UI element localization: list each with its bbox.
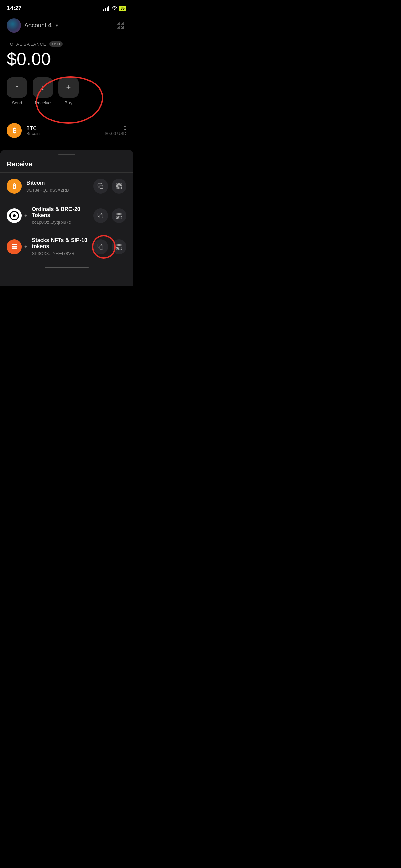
- bitcoin-info: Bitcoin 3Gs3eHQ...dS5X2RB: [26, 180, 88, 193]
- copy-icon: [97, 183, 104, 190]
- svg-rect-34: [12, 248, 17, 249]
- receive-button[interactable]: ↓ Receive: [33, 77, 53, 105]
- ordinals-receive-item: + Ordinals & BRC-20 Tokens bc1p0Oz...tyq…: [0, 200, 133, 231]
- svg-rect-37: [117, 244, 118, 245]
- action-buttons: ↑ Send ↓ Receive + Buy: [7, 77, 126, 105]
- ordinals-copy-button[interactable]: [93, 208, 108, 223]
- svg-rect-45: [121, 249, 122, 250]
- account-name: Account 4: [24, 22, 52, 29]
- svg-rect-35: [100, 246, 103, 249]
- btc-icon: ₿: [7, 123, 22, 138]
- copy-icon: [97, 243, 104, 250]
- home-indicator: [0, 262, 133, 272]
- qr-code-button[interactable]: [114, 19, 126, 32]
- stacks-info: Stacks NFTs & SIP-10 tokens SP3OX3...YFF…: [32, 237, 88, 256]
- svg-rect-43: [121, 247, 122, 248]
- svg-rect-25: [120, 213, 121, 214]
- svg-rect-12: [117, 184, 118, 185]
- btc-balance: 0 $0.00 USD: [105, 125, 126, 136]
- svg-rect-19: [120, 188, 121, 189]
- bitcoin-receive-actions: [93, 179, 126, 194]
- stacks-receive-name: Stacks NFTs & SIP-10 tokens: [32, 237, 88, 250]
- chevron-down-icon: ▾: [56, 23, 58, 28]
- btc-amount: 0: [105, 125, 126, 131]
- stacks-copy-button[interactable]: [93, 239, 108, 254]
- svg-rect-7: [123, 26, 124, 27]
- send-button[interactable]: ↑ Send: [7, 77, 27, 105]
- ordinals-icon-row: +: [7, 208, 27, 223]
- bitcoin-qr-button[interactable]: [112, 179, 126, 194]
- account-selector[interactable]: Account 4 ▾: [7, 18, 58, 33]
- avatar: [7, 18, 21, 33]
- bitcoin-address: 3Gs3eHQ...dS5X2RB: [26, 188, 88, 193]
- send-arrow-icon: ↑: [15, 83, 19, 92]
- ordinals-info: Ordinals & BRC-20 Tokens bc1p0Oz...tyqrp…: [32, 206, 88, 225]
- svg-rect-20: [121, 188, 122, 189]
- ordinals-qr-button[interactable]: [112, 208, 126, 223]
- bitcoin-copy-button[interactable]: [93, 179, 108, 194]
- svg-rect-10: [100, 185, 103, 189]
- svg-rect-42: [120, 247, 121, 248]
- svg-rect-17: [120, 187, 121, 188]
- qr-small-icon: [116, 183, 122, 190]
- stacks-icon: [7, 239, 22, 254]
- sheet-handle: [58, 154, 75, 155]
- svg-rect-9: [122, 27, 124, 29]
- svg-rect-1: [118, 23, 119, 24]
- ordinals-receive-actions: [93, 208, 126, 223]
- btc-ticker: BTC: [26, 125, 100, 131]
- qr-small-icon: [116, 212, 122, 219]
- svg-rect-30: [120, 217, 121, 218]
- qr-small-icon: [116, 243, 122, 250]
- svg-rect-29: [121, 216, 122, 217]
- status-icons: 85: [103, 6, 126, 11]
- home-bar: [45, 267, 89, 268]
- btc-info: BTC Bitcoin: [26, 125, 100, 136]
- asset-list: ₿ BTC Bitcoin 0 $0.00 USD: [0, 115, 133, 146]
- svg-rect-18: [121, 187, 122, 188]
- ordinals-icon: [7, 208, 22, 223]
- stacks-address: SP3OX3...YFF478VR: [32, 251, 88, 256]
- balance-section: TOTAL BALANCE USD $0.00 ↑ Send ↓ Receive…: [0, 38, 133, 115]
- ordinals-receive-name: Ordinals & BRC-20 Tokens: [32, 206, 88, 218]
- stacks-plus: +: [24, 244, 27, 249]
- send-label: Send: [12, 100, 22, 105]
- ordinals-plus: +: [24, 213, 27, 218]
- svg-rect-32: [12, 244, 17, 245]
- stacks-icon-row: +: [7, 239, 27, 254]
- balance-label: TOTAL BALANCE: [7, 42, 47, 47]
- qr-icon: [116, 21, 124, 29]
- receive-arrow-icon: ↓: [41, 83, 45, 92]
- svg-rect-5: [118, 27, 119, 28]
- stacks-receive-actions: [93, 239, 126, 254]
- balance-amount: $0.00: [7, 49, 126, 69]
- btc-asset-item[interactable]: ₿ BTC Bitcoin 0 $0.00 USD: [0, 118, 133, 143]
- battery-indicator: 85: [119, 6, 126, 11]
- bitcoin-receive-item: ₿ Bitcoin 3Gs3eHQ...dS5X2RB: [0, 173, 133, 200]
- btc-usd: $0.00 USD: [105, 131, 126, 136]
- svg-rect-41: [117, 248, 118, 249]
- send-icon-wrap: ↑: [7, 77, 27, 98]
- receive-bottom-sheet: Receive ₿ Bitcoin 3Gs3eHQ...dS5X2RB: [0, 150, 133, 286]
- svg-rect-3: [122, 23, 123, 24]
- buy-label: Buy: [65, 100, 72, 105]
- svg-rect-6: [121, 26, 122, 27]
- wifi-icon: [112, 6, 117, 11]
- buy-icon-wrap: +: [58, 77, 79, 98]
- btc-name: Bitcoin: [26, 131, 100, 136]
- status-time: 14:27: [7, 5, 21, 12]
- stacks-receive-item: + Stacks NFTs & SIP-10 tokens SP3OX3...Y…: [0, 231, 133, 262]
- app-header: Account 4 ▾: [0, 15, 133, 38]
- bitcoin-receive-name: Bitcoin: [26, 180, 88, 186]
- sheet-title: Receive: [0, 155, 133, 172]
- buy-button[interactable]: + Buy: [58, 77, 79, 105]
- status-bar: 14:27 85: [0, 0, 133, 15]
- buy-plus-icon: +: [66, 83, 71, 92]
- svg-rect-16: [117, 187, 118, 188]
- svg-rect-27: [117, 217, 118, 218]
- receive-label: Receive: [35, 100, 51, 105]
- signal-icon: [103, 6, 109, 11]
- receive-icon-wrap: ↓: [33, 77, 53, 98]
- stacks-qr-button[interactable]: [112, 239, 126, 254]
- ordinals-address: bc1p0Oz...tyqrplu7q: [32, 220, 88, 225]
